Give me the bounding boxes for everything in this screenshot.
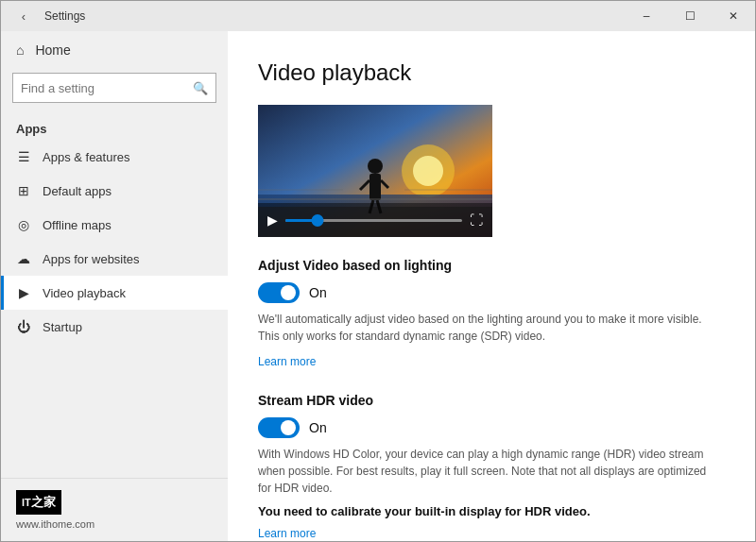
adjust-video-toggle-label: On — [309, 285, 327, 300]
footer-url: www.ithome.com — [16, 518, 213, 530]
fullscreen-button[interactable]: ⛶ — [470, 212, 483, 228]
main-content: Video playback — [228, 31, 755, 541]
stream-hdr-learn-more[interactable]: Learn more — [258, 527, 316, 540]
settings-window: ‹ Settings – ☐ ✕ ⌂ Home 🔍 Apps ☰ Apps & … — [0, 0, 756, 542]
apps-websites-icon: ☁ — [16, 251, 31, 266]
progress-track[interactable] — [285, 219, 462, 222]
sidebar: ⌂ Home 🔍 Apps ☰ Apps & features ⊞ Defaul… — [1, 31, 228, 541]
home-nav-item[interactable]: ⌂ Home — [1, 31, 228, 69]
adjust-video-section: Adjust Video based on lighting On We'll … — [258, 258, 725, 372]
svg-point-5 — [368, 159, 383, 174]
sidebar-item-default-apps[interactable]: ⊞ Default apps — [1, 174, 228, 208]
titlebar-left: ‹ Settings — [10, 3, 85, 29]
search-box: 🔍 — [12, 73, 216, 103]
svg-point-2 — [413, 156, 443, 186]
apps-websites-label: Apps for websites — [43, 252, 140, 266]
offline-maps-icon: ◎ — [16, 217, 31, 232]
sidebar-item-video-playback[interactable]: ▶ Video playback — [1, 276, 228, 310]
home-label: Home — [35, 42, 70, 58]
sidebar-item-offline-maps[interactable]: ◎ Offline maps — [1, 208, 228, 242]
adjust-video-toggle-row: On — [258, 282, 725, 303]
home-icon: ⌂ — [16, 42, 24, 58]
svg-rect-6 — [369, 174, 381, 200]
startup-label: Startup — [43, 320, 82, 334]
search-input[interactable] — [21, 81, 193, 95]
sidebar-item-apps-websites[interactable]: ☁ Apps for websites — [1, 242, 228, 276]
stream-hdr-desc: With Windows HD Color, your device can p… — [258, 446, 712, 497]
search-icon: 🔍 — [193, 81, 208, 95]
stream-hdr-toggle-row: On — [258, 417, 725, 438]
minimize-button[interactable]: – — [625, 1, 668, 31]
video-playback-label: Video playback — [43, 286, 126, 300]
adjust-video-title: Adjust Video based on lighting — [258, 258, 725, 273]
adjust-video-toggle[interactable] — [258, 282, 300, 303]
back-button[interactable]: ‹ — [10, 3, 37, 29]
stream-hdr-toggle[interactable] — [258, 417, 300, 438]
section-label: Apps — [1, 114, 228, 140]
stream-hdr-bold-note: You need to calibrate your built-in disp… — [258, 504, 725, 518]
offline-maps-label: Offline maps — [43, 218, 112, 232]
sidebar-item-startup[interactable]: ⏻ Startup — [1, 310, 228, 344]
sidebar-footer: IT之家 www.ithome.com — [1, 478, 228, 541]
stream-hdr-toggle-thumb — [281, 420, 296, 435]
titlebar-controls: – ☐ ✕ — [625, 1, 755, 31]
page-title: Video playback — [258, 59, 725, 86]
titlebar-title: Settings — [44, 9, 85, 23]
adjust-video-learn-more[interactable]: Learn more — [258, 355, 316, 368]
apps-features-icon: ☰ — [16, 149, 31, 164]
maximize-button[interactable]: ☐ — [668, 1, 712, 31]
startup-icon: ⏻ — [16, 319, 31, 334]
video-playback-icon: ▶ — [16, 285, 31, 300]
play-button[interactable]: ▶ — [267, 212, 278, 228]
adjust-video-toggle-thumb — [281, 285, 296, 300]
stream-hdr-section: Stream HDR video On With Windows HD Colo… — [258, 393, 725, 541]
video-preview: ▶ ⛶ — [258, 105, 492, 237]
content-area: ⌂ Home 🔍 Apps ☰ Apps & features ⊞ Defaul… — [1, 31, 755, 541]
default-apps-icon: ⊞ — [16, 183, 31, 198]
adjust-video-desc: We'll automatically adjust video based o… — [258, 311, 712, 345]
apps-features-label: Apps & features — [43, 150, 130, 164]
stream-hdr-toggle-label: On — [309, 420, 327, 435]
titlebar: ‹ Settings – ☐ ✕ — [1, 1, 755, 31]
video-controls: ▶ ⛶ — [258, 203, 492, 237]
close-button[interactable]: ✕ — [712, 1, 755, 31]
progress-thumb — [311, 214, 323, 227]
footer-logo: IT之家 — [16, 490, 61, 515]
default-apps-label: Default apps — [43, 184, 112, 198]
stream-hdr-title: Stream HDR video — [258, 393, 725, 408]
sidebar-item-apps-features[interactable]: ☰ Apps & features — [1, 140, 228, 174]
